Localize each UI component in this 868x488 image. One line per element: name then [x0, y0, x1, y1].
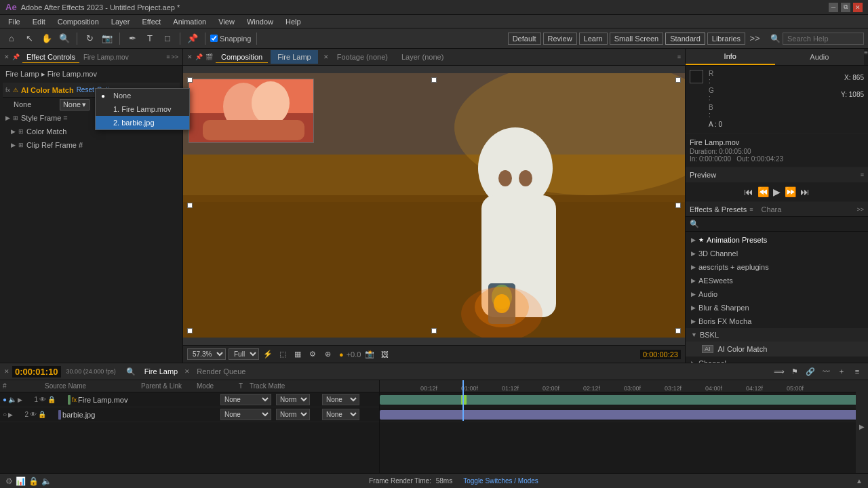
- layer-lock-2[interactable]: 🔒: [38, 411, 46, 418]
- effects-item-aescripts[interactable]: ▶ aescripts + aeplugins: [686, 260, 868, 274]
- tl-link-btn[interactable]: 🔗: [804, 365, 817, 378]
- puppet-tool[interactable]: 📌: [185, 31, 200, 46]
- close-button[interactable]: ✕: [853, 3, 863, 12]
- chara-tab[interactable]: Chara: [761, 205, 781, 214]
- corner-handle-tr[interactable]: [675, 77, 681, 83]
- panel-expand-icon[interactable]: >>: [171, 54, 178, 60]
- hand-tool[interactable]: ✋: [39, 31, 54, 46]
- tl-tab-close[interactable]: ✕: [184, 368, 190, 375]
- corner-handle-br[interactable]: [675, 328, 681, 333]
- layer-tab[interactable]: Layer (none): [396, 52, 449, 62]
- effect-controls-tab[interactable]: Effect Controls: [22, 52, 79, 63]
- status-icon-2[interactable]: 📊: [16, 476, 26, 486]
- guide-btn[interactable]: ⊕: [321, 348, 334, 361]
- effects-item-blur[interactable]: ▶ Blur & Sharpen: [686, 301, 868, 314]
- effects-item-aesweets[interactable]: ▶ AESweets: [686, 274, 868, 287]
- fast-preview-btn[interactable]: ⚡: [262, 348, 274, 361]
- workspace-small-screen[interactable]: Small Screen: [610, 33, 663, 45]
- audio-tab[interactable]: Audio: [775, 49, 865, 65]
- menu-edit[interactable]: Edit: [27, 16, 51, 27]
- track-bar-2[interactable]: [380, 410, 868, 420]
- home-button[interactable]: ⌂: [4, 31, 19, 46]
- status-icon-3[interactable]: 🔒: [28, 476, 39, 486]
- effects-item-bskl[interactable]: ▼ BSKL: [686, 328, 868, 342]
- toggle-switches-btn[interactable]: Toggle Switches / Modes: [463, 477, 538, 485]
- snapshot-show-btn[interactable]: 🖼: [378, 348, 391, 361]
- tl-motion-btn[interactable]: 〰: [819, 365, 833, 378]
- right-panel-expand[interactable]: ≡: [864, 49, 868, 65]
- ec-reset-button[interactable]: Reset: [77, 86, 94, 94]
- layer-expand-1[interactable]: ▶: [18, 396, 24, 403]
- panel-pin-icon[interactable]: 📌: [12, 54, 20, 60]
- tl-close-icon[interactable]: ✕: [4, 368, 9, 375]
- effects-search-input[interactable]: [702, 219, 864, 230]
- layer-lock-1[interactable]: 🔒: [47, 396, 56, 403]
- layer-mode-1[interactable]: Norm: [276, 394, 310, 405]
- preview-play[interactable]: ▶: [773, 186, 781, 197]
- quality-select[interactable]: Full: [229, 348, 259, 360]
- layer-mode-2[interactable]: Norm: [276, 409, 310, 420]
- workspace-libraries[interactable]: Libraries: [707, 33, 745, 45]
- timeline-timecode[interactable]: 0:00:01:10: [12, 366, 61, 378]
- rotation-tool[interactable]: ↻: [82, 31, 97, 46]
- render-queue-tab[interactable]: Render Queue: [193, 366, 250, 377]
- tl-menu-btn[interactable]: ≡: [850, 365, 864, 378]
- none-dropdown[interactable]: None ▾: [60, 99, 90, 110]
- search-help-input[interactable]: [783, 33, 864, 45]
- comp-panel-close[interactable]: ✕: [187, 54, 193, 60]
- preview-next-frame[interactable]: ⏩: [785, 186, 796, 197]
- menu-file[interactable]: File: [3, 16, 26, 27]
- tl-magnet-btn[interactable]: ⟹: [772, 365, 786, 378]
- preview-prev-frame[interactable]: ⏪: [757, 186, 769, 197]
- layer-audio-1[interactable]: 🔈: [8, 396, 16, 403]
- info-tab[interactable]: Info: [686, 49, 775, 65]
- comp-panel-pin[interactable]: 📌: [195, 54, 203, 60]
- workspace-standard[interactable]: Standard: [665, 33, 705, 45]
- region-btn[interactable]: ⬚: [277, 348, 289, 361]
- layer-track-select-1[interactable]: None: [322, 394, 359, 405]
- dropdown-option-barbie[interactable]: 2. barbie.jpg: [96, 116, 189, 129]
- layer-track-2[interactable]: None: [322, 409, 376, 420]
- panel-close-icon[interactable]: ✕: [4, 54, 9, 60]
- restore-button[interactable]: ⧉: [841, 3, 850, 12]
- comp-menu-icon[interactable]: ≡: [677, 54, 681, 60]
- select-tool[interactable]: ↖: [22, 31, 37, 46]
- layer-parent-2[interactable]: None: [220, 409, 275, 420]
- corner-handle-bl[interactable]: [187, 328, 193, 333]
- menu-help[interactable]: Help: [280, 16, 307, 27]
- dropdown-option-fire-lamp[interactable]: 1. Fire Lamp.mov: [96, 102, 189, 116]
- shape-tool[interactable]: □: [160, 31, 175, 46]
- zoom-tool[interactable]: 🔍: [57, 31, 72, 46]
- effects-item-ai-color-match[interactable]: AI AI Color Match: [686, 342, 868, 357]
- corner-handle-tl[interactable]: [187, 77, 193, 83]
- camera-tool[interactable]: 📷: [100, 31, 115, 46]
- effects-expand-icon[interactable]: >>: [856, 206, 864, 213]
- menu-layer[interactable]: Layer: [106, 16, 136, 27]
- layer-track-select-2[interactable]: None: [322, 409, 359, 420]
- snapshot-btn[interactable]: 📸: [363, 348, 376, 361]
- layer-mode-select-1[interactable]: Norm: [276, 394, 310, 405]
- layer-visible-2[interactable]: 👁: [30, 411, 37, 418]
- menu-animation[interactable]: Animation: [167, 16, 212, 27]
- ec-fx-checkbox[interactable]: fx: [5, 87, 10, 94]
- workspace-expand[interactable]: >>: [747, 31, 762, 46]
- layer-expand-2[interactable]: ▶: [8, 411, 15, 418]
- color-match-expand[interactable]: ▶: [11, 128, 16, 135]
- corner-handle-tm[interactable]: [431, 77, 437, 83]
- menu-view[interactable]: View: [213, 16, 240, 27]
- preview-menu[interactable]: ≡: [861, 171, 864, 178]
- effects-item-3d-channel[interactable]: ▶ 3D Channel: [686, 247, 868, 260]
- menu-window[interactable]: Window: [241, 16, 279, 27]
- footage-tab[interactable]: Footage (none): [332, 52, 393, 62]
- clip-ref-expand[interactable]: ▶: [11, 142, 16, 148]
- menu-effect[interactable]: Effect: [136, 16, 166, 27]
- workspace-learn[interactable]: Learn: [579, 33, 608, 45]
- status-icon-4[interactable]: 🔈: [41, 476, 52, 486]
- snapping-toggle[interactable]: Snapping: [210, 35, 252, 43]
- comp-tab[interactable]: Composition: [216, 52, 268, 63]
- corner-handle-mr[interactable]: [675, 203, 681, 208]
- preview-first[interactable]: ⏮: [744, 186, 753, 197]
- status-icon-1[interactable]: ⚙: [5, 476, 13, 486]
- minimize-button[interactable]: ─: [829, 3, 838, 12]
- timeline-playhead[interactable]: [462, 380, 464, 421]
